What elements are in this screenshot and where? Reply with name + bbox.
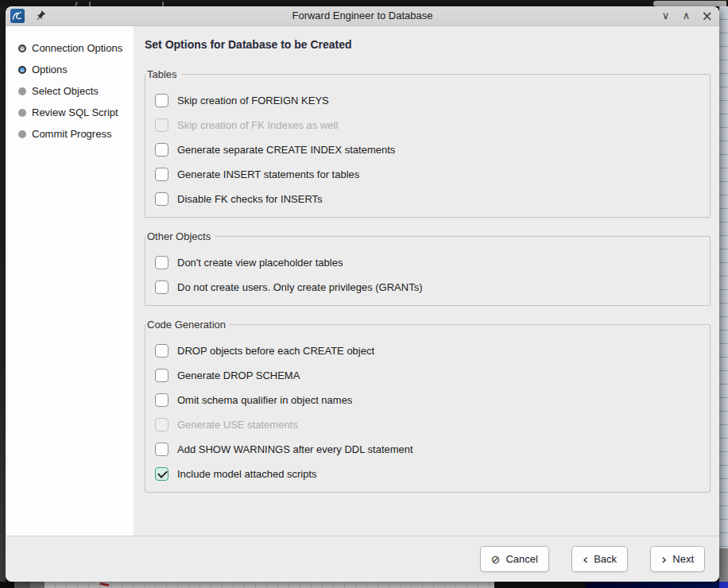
dialog-titlebar[interactable]: Forward Engineer to Database ∨ ∧ × (6, 6, 719, 26)
background-menubar (0, 0, 728, 6)
checkbox-row-drop-before-create: DROP objects before each CREATE object (155, 344, 700, 358)
forward-engineer-dialog: Forward Engineer to Database ∨ ∧ × Conne… (6, 6, 719, 582)
checkbox-row-generate-inserts: Generate INSERT statements for tables (155, 168, 700, 181)
checkbox-row-skip-fk-indexes: Skip creation of FK Indexes as well (155, 118, 700, 132)
checkbox-row-add-show-warnings: Add SHOW WARNINGS after every DDL statem… (155, 443, 700, 456)
checkbox-label: Don't create view placeholder tables (177, 257, 343, 269)
checkbox[interactable] (155, 467, 168, 481)
background-red-mark (100, 582, 109, 586)
window-controls: ∨ ∧ × (660, 6, 713, 25)
cancel-icon: ⊘ (491, 553, 501, 566)
checkbox[interactable] (155, 344, 168, 358)
close-icon[interactable]: × (701, 9, 713, 23)
checkbox-label: Generate separate CREATE INDEX statement… (177, 144, 395, 156)
checkbox (155, 118, 168, 132)
checkbox-label: Disable FK checks for INSERTs (177, 193, 323, 205)
checkbox-row-disable-fk-checks: Disable FK checks for INSERTs (155, 192, 700, 206)
step-label: Options (32, 64, 68, 75)
background-right-panel (719, 6, 728, 548)
background-strip-segment (494, 582, 586, 588)
checkbox-row-include-attached-scripts: Include model attached scripts (155, 467, 700, 481)
background-strip-segment (719, 582, 728, 588)
group-title: Other Objects (146, 230, 215, 243)
back-button[interactable]: ‹ Back (571, 546, 628, 572)
dialog-title: Forward Engineer to Database (6, 6, 719, 25)
checkbox-label: Skip creation of FOREIGN KEYS (177, 95, 329, 106)
desktop-background: Forward Engineer to Database ∨ ∧ × Conne… (0, 0, 728, 588)
background-strip-segment (14, 582, 30, 588)
step-label: Connection Options (32, 42, 122, 54)
background-strip-segment (586, 582, 719, 588)
group-code-generation: Code Generation DROP objects before each… (145, 324, 711, 493)
chevron-right-icon: › (661, 554, 667, 565)
checkbox-label: Omit schema qualifier in object names (177, 394, 352, 406)
group-title: Code Generation (146, 319, 230, 331)
checkbox-row-omit-schema-qualifier: Omit schema qualifier in object names (155, 393, 700, 407)
checkbox (155, 418, 168, 431)
group-tables: Tables Skip creation of FOREIGN KEYS Ski… (145, 74, 711, 218)
group-other-objects: Other Objects Don't create view placehol… (145, 236, 711, 306)
step-bullet-icon (18, 130, 26, 138)
step-bullet-icon (18, 87, 26, 95)
checkbox-row-generate-use-statements: Generate USE statements (155, 418, 700, 431)
checkbox-label: Include model attached scripts (177, 468, 317, 480)
checkbox-label: Do not create users. Only create privile… (177, 281, 423, 293)
step-label: Review SQL Script (32, 106, 118, 118)
background-strip-segment (30, 582, 45, 588)
group-title: Tables (146, 68, 181, 81)
cancel-button[interactable]: ⊘ Cancel (480, 546, 549, 572)
sidebar-item-select-objects[interactable]: Select Objects (6, 80, 134, 102)
checkbox[interactable] (155, 393, 168, 407)
checkbox-row-no-create-users: Do not create users. Only create privile… (155, 280, 700, 294)
options-page: Set Options for Database to be Created T… (134, 26, 719, 536)
checkbox[interactable] (155, 256, 168, 269)
checkbox-label: Generate DROP SCHEMA (177, 369, 300, 381)
background-canvas-strip (0, 582, 728, 588)
checkbox-label: Generate USE statements (177, 419, 298, 431)
background-left-edge (0, 6, 6, 588)
back-label: Back (594, 553, 617, 565)
sidebar-item-options[interactable]: Options (6, 59, 134, 80)
next-button[interactable]: › Next (650, 546, 705, 572)
background-right-panel-footer (719, 548, 728, 582)
checkbox-row-skip-foreign-keys: Skip creation of FOREIGN KEYS (155, 94, 700, 107)
sidebar-item-commit-progress[interactable]: Commit Progress (6, 123, 134, 145)
dialog-body: Connection Options Options Select Object… (6, 26, 719, 536)
checkbox[interactable] (155, 280, 168, 294)
cancel-label: Cancel (505, 553, 537, 565)
sidebar-item-connection-options[interactable]: Connection Options (6, 37, 134, 59)
checkbox[interactable] (155, 192, 168, 206)
background-scrollbar (653, 1, 726, 6)
checkbox-row-no-view-placeholders: Don't create view placeholder tables (155, 256, 700, 269)
step-bullet-icon (18, 44, 26, 52)
step-label: Select Objects (32, 85, 99, 97)
chevron-left-icon: ‹ (583, 554, 588, 565)
step-bullet-icon (18, 66, 26, 74)
checkbox-label: Generate INSERT statements for tables (177, 168, 359, 180)
checkbox-row-generate-drop-schema: Generate DROP SCHEMA (155, 369, 700, 382)
checkbox[interactable] (155, 94, 168, 107)
wizard-steps-sidebar: Connection Options Options Select Object… (6, 26, 134, 536)
background-diagram-canvas (45, 582, 494, 588)
page-title: Set Options for Database to be Created (145, 38, 711, 51)
step-label: Commit Progress (32, 128, 111, 140)
checkbox-label: DROP objects before each CREATE object (177, 345, 374, 357)
checkbox[interactable] (155, 443, 168, 456)
checkbox-label: Add SHOW WARNINGS after every DDL statem… (177, 443, 413, 455)
checkbox[interactable] (155, 143, 168, 157)
checkbox[interactable] (155, 168, 168, 181)
dialog-button-bar: ⊘ Cancel ‹ Back › Next (6, 536, 719, 582)
next-label: Next (672, 553, 694, 565)
step-bullet-icon (18, 109, 26, 117)
shade-icon[interactable]: ∨ (660, 9, 672, 23)
checkbox-label: Skip creation of FK Indexes as well (177, 119, 338, 131)
sidebar-item-review-sql-script[interactable]: Review SQL Script (6, 102, 134, 123)
checkbox-row-separate-create-index: Generate separate CREATE INDEX statement… (155, 143, 700, 157)
checkbox[interactable] (155, 369, 168, 382)
unshade-icon[interactable]: ∧ (680, 9, 692, 23)
